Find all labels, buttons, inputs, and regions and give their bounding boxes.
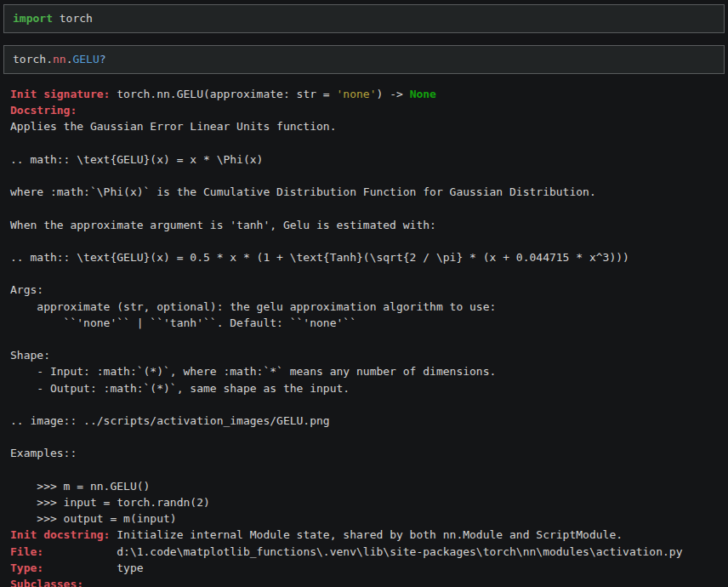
output-line bbox=[10, 233, 728, 249]
output-line: .. math:: \text{GELU}(x) = 0.5 * x * (1 … bbox=[10, 249, 728, 265]
output-segment: d:\1.code\matplotlib_functions\.venv\lib… bbox=[43, 545, 682, 558]
output-segment: - Input: :math:`(*)`, where :math:`*` me… bbox=[10, 365, 496, 378]
output-segment: Init docstring: bbox=[10, 528, 110, 541]
output-segment: Shape: bbox=[10, 349, 50, 362]
output-segment: .. image:: ../scripts/activation_images/… bbox=[10, 414, 330, 427]
code-cell-gelu-help[interactable]: torch.nn.GELU? bbox=[3, 45, 725, 74]
output-segment: .. math:: \text{GELU}(x) = x * \Phi(x) bbox=[10, 153, 263, 166]
output-line: Type: type bbox=[10, 560, 728, 576]
output-line bbox=[10, 135, 728, 151]
output-segment: >>> input = torch.randn(2) bbox=[10, 496, 210, 509]
code-token: ? bbox=[100, 53, 106, 66]
code-token: nn bbox=[53, 53, 66, 66]
output-segment: 'none' bbox=[337, 88, 377, 100]
output-line bbox=[10, 200, 728, 216]
output-line: approximate (str, optional): the gelu ap… bbox=[10, 299, 728, 315]
output-line: When the approximate argument is 'tanh',… bbox=[10, 217, 728, 233]
output-line: Args: bbox=[10, 282, 728, 298]
output-line bbox=[10, 429, 728, 445]
output-line: >>> input = torch.randn(2) bbox=[10, 494, 728, 510]
output-line: Applies the Gaussian Error Linear Units … bbox=[10, 118, 728, 134]
output-line: - Output: :math:`(*)`, same shape as the… bbox=[10, 380, 728, 396]
output-line: Init signature: torch.nn.GELU(approximat… bbox=[10, 86, 728, 102]
output-line: ``'none'`` | ``'tanh'``. Default: ``'non… bbox=[10, 315, 728, 331]
output-line bbox=[10, 331, 728, 347]
output-segment: Subclasses: bbox=[10, 578, 83, 587]
output-segment: Initialize internal Module state, shared… bbox=[110, 528, 623, 541]
output-line: - Input: :math:`(*)`, where :math:`*` me… bbox=[10, 363, 728, 379]
output-segment: ) -> bbox=[376, 88, 409, 100]
output-segment: .. math:: \text{GELU}(x) = 0.5 * x * (1 … bbox=[10, 251, 629, 264]
output-segment: Docstring: bbox=[10, 104, 77, 117]
code-token: import bbox=[13, 12, 53, 25]
output-line bbox=[10, 265, 728, 282]
output-line: .. math:: \text{GELU}(x) = x * \Phi(x) bbox=[10, 151, 728, 168]
output-segment: ``'none'`` | ``'tanh'``. Default: ``'non… bbox=[10, 316, 356, 329]
code-token: torch bbox=[13, 53, 46, 66]
output-line: Examples:: bbox=[10, 445, 728, 461]
output-line: Subclasses: bbox=[10, 576, 728, 587]
output-line bbox=[10, 168, 728, 184]
output-line: where :math:`\Phi(x)` is the Cumulative … bbox=[10, 184, 728, 200]
output-line: Docstring: bbox=[10, 102, 728, 118]
output-line: Shape: bbox=[10, 347, 728, 363]
output-segment: Args: bbox=[10, 283, 43, 296]
output-segment: >>> m = nn.GELU() bbox=[10, 480, 150, 493]
output-line: Init docstring: Initialize internal Modu… bbox=[10, 527, 728, 543]
gelu-help-output: Init signature: torch.nn.GELU(approximat… bbox=[10, 86, 728, 587]
output-line: >>> output = m(input) bbox=[10, 510, 728, 527]
output-line bbox=[10, 396, 728, 413]
output-segment: Examples:: bbox=[10, 447, 77, 459]
code-token: GELU bbox=[72, 53, 99, 66]
output-segment: approximate (str, optional): the gelu ap… bbox=[10, 300, 496, 313]
output-line: >>> m = nn.GELU() bbox=[10, 478, 728, 494]
output-segment: >>> output = m(input) bbox=[10, 512, 177, 525]
output-segment: type bbox=[43, 561, 143, 574]
output-line: .. image:: ../scripts/activation_images/… bbox=[10, 413, 728, 429]
code-cell-import[interactable]: import torch bbox=[3, 4, 725, 33]
output-segment: torch.nn.GELU(approximate: str = bbox=[110, 88, 336, 100]
output-segment: When the approximate argument is 'tanh',… bbox=[10, 219, 436, 231]
code-token: torch bbox=[53, 12, 93, 25]
output-line bbox=[10, 462, 728, 478]
output-segment: Applies the Gaussian Error Linear Units … bbox=[10, 120, 337, 133]
output-segment: File: bbox=[10, 545, 43, 558]
notebook-page: import torch torch.nn.GELU? Init signatu… bbox=[0, 0, 728, 587]
output-segment: Type: bbox=[10, 561, 43, 574]
code-token: . bbox=[46, 53, 53, 66]
output-segment: Init signature: bbox=[10, 88, 110, 100]
output-segment: None bbox=[410, 88, 436, 100]
output-line: File: d:\1.code\matplotlib_functions\.ve… bbox=[10, 544, 728, 560]
output-segment: where :math:`\Phi(x)` is the Cumulative … bbox=[10, 185, 596, 198]
output-segment: - Output: :math:`(*)`, same shape as the… bbox=[10, 382, 350, 395]
